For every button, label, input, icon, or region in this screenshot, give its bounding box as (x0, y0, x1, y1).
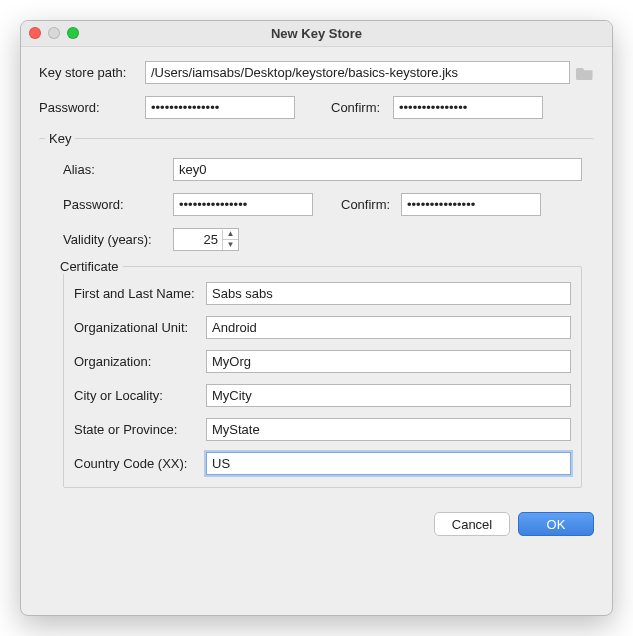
organization-row: Organization: (74, 350, 571, 373)
zoom-icon[interactable] (67, 27, 79, 39)
keystore-password-row: Password: Confirm: (39, 96, 594, 119)
key-password-row: Password: Confirm: (63, 193, 582, 216)
country-input[interactable] (206, 452, 571, 475)
button-row: Cancel OK (39, 512, 594, 536)
dialog-window: New Key Store Key store path: Password: … (20, 20, 613, 616)
validity-stepper[interactable]: ▲ ▼ (173, 228, 239, 251)
keystore-path-input[interactable] (145, 61, 570, 84)
org-unit-input[interactable] (206, 316, 571, 339)
state-input[interactable] (206, 418, 571, 441)
validity-row: Validity (years): ▲ ▼ (63, 228, 582, 251)
ok-button[interactable]: OK (518, 512, 594, 536)
keystore-password-input[interactable] (145, 96, 295, 119)
organization-label: Organization: (74, 354, 206, 369)
keystore-confirm-input[interactable] (393, 96, 543, 119)
state-row: State or Province: (74, 418, 571, 441)
window-title: New Key Store (271, 26, 362, 41)
city-label: City or Locality: (74, 388, 206, 403)
org-unit-label: Organizational Unit: (74, 320, 206, 335)
close-icon[interactable] (29, 27, 41, 39)
state-label: State or Province: (74, 422, 206, 437)
city-row: City or Locality: (74, 384, 571, 407)
certificate-legend: Certificate (56, 259, 123, 274)
keystore-path-label: Key store path: (39, 65, 145, 80)
validity-down-button[interactable]: ▼ (223, 240, 238, 250)
validity-up-button[interactable]: ▲ (223, 230, 238, 240)
country-label: Country Code (XX): (74, 456, 206, 471)
titlebar: New Key Store (21, 21, 612, 47)
first-last-row: First and Last Name: (74, 282, 571, 305)
key-password-input[interactable] (173, 193, 313, 216)
key-confirm-label: Confirm: (341, 197, 401, 212)
certificate-section: Certificate First and Last Name: Organiz… (63, 259, 582, 488)
alias-label: Alias: (63, 162, 173, 177)
key-legend: Key (45, 131, 75, 146)
minimize-icon (48, 27, 60, 39)
key-password-label: Password: (63, 197, 173, 212)
first-last-label: First and Last Name: (74, 286, 206, 301)
cancel-button[interactable]: Cancel (434, 512, 510, 536)
country-row: Country Code (XX): (74, 452, 571, 475)
window-controls (29, 27, 79, 39)
organization-input[interactable] (206, 350, 571, 373)
alias-input[interactable] (173, 158, 582, 181)
validity-label: Validity (years): (63, 232, 173, 247)
first-last-input[interactable] (206, 282, 571, 305)
validity-input[interactable] (174, 229, 222, 250)
key-section: Key Alias: Password: Confirm: Validity (… (39, 131, 594, 498)
key-confirm-input[interactable] (401, 193, 541, 216)
city-input[interactable] (206, 384, 571, 407)
keystore-password-label: Password: (39, 100, 145, 115)
org-unit-row: Organizational Unit: (74, 316, 571, 339)
keystore-path-row: Key store path: (39, 61, 594, 84)
keystore-confirm-label: Confirm: (331, 100, 393, 115)
dialog-content: Key store path: Password: Confirm: Key A… (21, 47, 612, 550)
alias-row: Alias: (63, 158, 582, 181)
browse-folder-icon[interactable] (576, 65, 594, 80)
